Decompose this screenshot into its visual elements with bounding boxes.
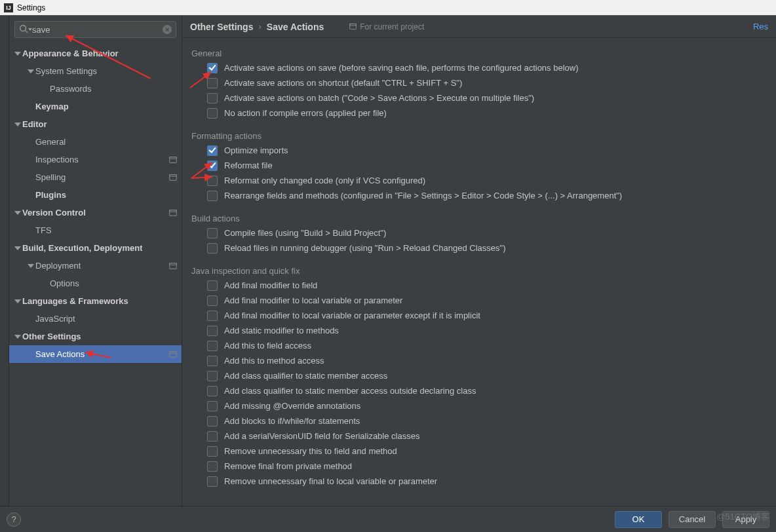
svg-rect-6 bbox=[170, 210, 177, 216]
settings-tree[interactable]: Appearance & BehaviorSystem SettingsPass… bbox=[9, 42, 182, 506]
svg-rect-12 bbox=[350, 24, 357, 29]
checkbox-row[interactable]: Add final modifier to local variable or … bbox=[207, 295, 773, 307]
expand-arrow-icon[interactable] bbox=[14, 246, 21, 250]
checkbox-row[interactable]: Activate save actions on save (before sa… bbox=[207, 62, 773, 74]
window-title: Settings bbox=[17, 3, 45, 12]
checkbox-row[interactable]: Add blocks to if/while/for statements bbox=[207, 415, 773, 427]
checkbox-row[interactable]: Add class qualifier to static member acc… bbox=[207, 385, 773, 397]
svg-point-0 bbox=[20, 26, 26, 31]
checkbox[interactable] bbox=[207, 371, 218, 381]
checkbox[interactable] bbox=[207, 295, 218, 306]
tree-item[interactable]: General bbox=[9, 133, 182, 151]
checkbox-row[interactable]: Optimize imports bbox=[207, 145, 773, 157]
checkbox-row[interactable]: Reformat file bbox=[207, 160, 773, 172]
checkbox-row[interactable]: Activate save actions on shortcut (defau… bbox=[207, 77, 773, 89]
apply-button[interactable]: Apply bbox=[722, 511, 769, 528]
checkbox-label: Add this to method access bbox=[224, 355, 324, 367]
ok-button[interactable]: OK bbox=[615, 511, 662, 528]
checkbox[interactable] bbox=[207, 311, 218, 321]
help-button[interactable]: ? bbox=[7, 512, 21, 527]
checkbox[interactable] bbox=[207, 243, 218, 254]
checkbox[interactable] bbox=[207, 416, 218, 427]
checkbox-row[interactable]: Reload files in running debugger (using … bbox=[207, 242, 773, 254]
search-box[interactable]: ✕ bbox=[14, 21, 176, 38]
tree-item[interactable]: TFS bbox=[9, 221, 182, 239]
checkbox-label: Activate save actions on batch ("Code > … bbox=[224, 92, 534, 104]
checkbox-row[interactable]: Remove final from private method bbox=[207, 461, 773, 472]
checkbox[interactable] bbox=[207, 401, 218, 411]
checkbox[interactable] bbox=[207, 326, 218, 336]
checkbox-row[interactable]: Add a serialVersionUID field for Seriali… bbox=[207, 430, 773, 442]
tree-item[interactable]: Deployment bbox=[9, 257, 182, 275]
checkbox[interactable] bbox=[207, 191, 218, 201]
checkbox-row[interactable]: Add this to method access bbox=[207, 355, 773, 367]
checkbox[interactable] bbox=[207, 280, 218, 291]
expand-arrow-icon[interactable] bbox=[28, 264, 34, 268]
svg-rect-5 bbox=[170, 174, 177, 176]
checkbox-row[interactable]: Remove unnecessary this to field and met… bbox=[207, 446, 773, 457]
tree-item[interactable]: Keymap bbox=[9, 98, 182, 115]
tree-item[interactable]: JavaScript bbox=[9, 310, 182, 328]
expand-arrow-icon[interactable] bbox=[14, 123, 21, 126]
section-title: Java inspection and quick fix bbox=[191, 266, 773, 276]
tree-item[interactable]: Plugins bbox=[9, 186, 182, 204]
tree-item[interactable]: Save Actions bbox=[9, 345, 182, 363]
breadcrumb-root[interactable]: Other Settings bbox=[190, 22, 253, 32]
tree-item[interactable]: Version Control bbox=[9, 204, 182, 221]
checkbox[interactable] bbox=[207, 78, 218, 88]
expand-arrow-icon[interactable] bbox=[28, 69, 34, 73]
tree-item[interactable]: System Settings bbox=[9, 62, 182, 80]
content-scroll[interactable]: GeneralActivate save actions on save (be… bbox=[182, 38, 776, 506]
reset-link[interactable]: Res bbox=[753, 22, 768, 31]
expand-arrow-icon[interactable] bbox=[14, 335, 21, 339]
tree-item[interactable]: Other Settings bbox=[9, 328, 182, 345]
tree-item[interactable]: Spelling bbox=[9, 168, 182, 186]
checkbox[interactable] bbox=[207, 476, 218, 487]
checkbox-row[interactable]: Add class qualifier to static member acc… bbox=[207, 370, 773, 382]
checkbox-label: Remove unnecessary this to field and met… bbox=[224, 446, 397, 457]
checkbox[interactable] bbox=[207, 431, 218, 442]
checkbox-row[interactable]: Add static modifier to methods bbox=[207, 325, 773, 337]
tree-item[interactable]: Appearance & Behavior bbox=[9, 45, 182, 62]
checkbox-row[interactable]: Compile files (using "Build > Build Proj… bbox=[207, 227, 773, 239]
checkbox[interactable] bbox=[207, 228, 218, 238]
checkbox[interactable] bbox=[207, 341, 218, 351]
checkbox-row[interactable]: No action if compile errors (applied per… bbox=[207, 107, 773, 119]
checkbox-row[interactable]: Add missing @Override annotations bbox=[207, 400, 773, 412]
search-input[interactable] bbox=[32, 25, 160, 35]
checkbox-label: Add class qualifier to static member acc… bbox=[224, 385, 476, 397]
expand-arrow-icon[interactable] bbox=[14, 52, 21, 56]
svg-rect-9 bbox=[170, 263, 177, 265]
tree-item[interactable]: Options bbox=[9, 275, 182, 292]
checkbox[interactable] bbox=[207, 446, 218, 457]
tree-item[interactable]: Inspections bbox=[9, 151, 182, 168]
search-history-dropdown-icon[interactable] bbox=[28, 28, 32, 31]
tree-item[interactable]: Languages & Frameworks bbox=[9, 292, 182, 310]
expand-arrow-icon[interactable] bbox=[14, 299, 21, 303]
checkbox[interactable] bbox=[207, 176, 218, 186]
checkbox[interactable] bbox=[207, 386, 218, 396]
cancel-button[interactable]: Cancel bbox=[669, 511, 716, 528]
checkbox-row[interactable]: Remove unnecessary final to local variab… bbox=[207, 476, 773, 487]
checkbox[interactable] bbox=[207, 93, 218, 104]
checkbox-row[interactable]: Add final modifier to field bbox=[207, 280, 773, 292]
tree-item[interactable]: Build, Execution, Deployment bbox=[9, 239, 182, 257]
checkbox[interactable] bbox=[207, 461, 218, 472]
checkbox[interactable] bbox=[207, 161, 218, 171]
checkbox-row[interactable]: Activate save actions on batch ("Code > … bbox=[207, 92, 773, 104]
expand-arrow-icon[interactable] bbox=[14, 211, 21, 215]
checkbox[interactable] bbox=[207, 63, 218, 73]
checkbox-row[interactable]: Add this to field access bbox=[207, 340, 773, 352]
checkbox-row[interactable]: Reformat only changed code (only if VCS … bbox=[207, 175, 773, 187]
project-scope-icon bbox=[168, 350, 178, 359]
checkbox-row[interactable]: Rearrange fields and methods (configured… bbox=[207, 190, 773, 202]
tree-item[interactable]: Editor bbox=[9, 115, 182, 133]
checkbox[interactable] bbox=[207, 108, 218, 119]
checkbox[interactable] bbox=[207, 145, 218, 156]
clear-search-icon[interactable]: ✕ bbox=[163, 25, 172, 34]
tree-item-label: Version Control bbox=[22, 208, 86, 218]
checkbox-row[interactable]: Add final modifier to local variable or … bbox=[207, 310, 773, 322]
checkbox-label: Add a serialVersionUID field for Seriali… bbox=[224, 430, 419, 442]
checkbox[interactable] bbox=[207, 356, 218, 366]
tree-item[interactable]: Passwords bbox=[9, 80, 182, 98]
